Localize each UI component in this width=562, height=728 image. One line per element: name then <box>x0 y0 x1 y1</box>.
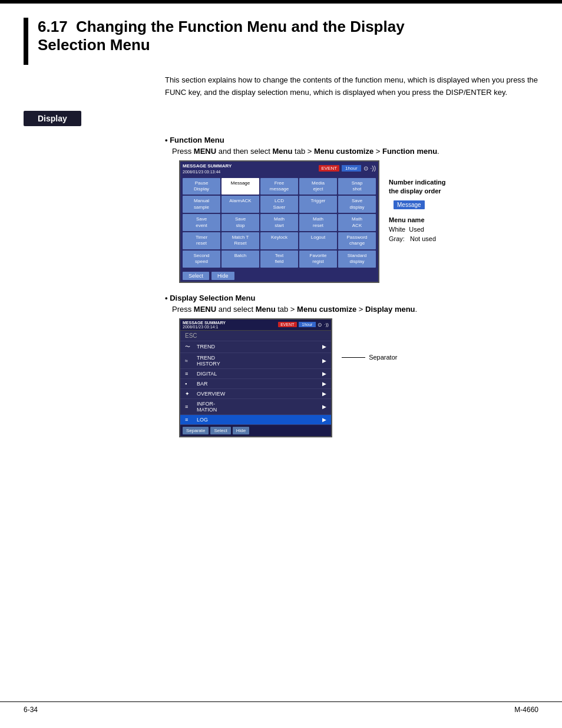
func-cell-savestop[interactable]: Save stop <box>222 214 259 231</box>
disp-item-digital[interactable]: ≡ DIGITAL ▶ <box>180 369 331 379</box>
section-title: 6.17 Changing the Function Menu and the … <box>38 18 538 54</box>
function-menu-screen: MESSAGE SUMMARY 2008/01/23 03:13:44 EVEN… <box>179 160 379 283</box>
disp-separate-button[interactable]: Separate <box>183 427 209 434</box>
separator-annotation: Separator <box>342 354 397 361</box>
func-cell-message[interactable]: Message <box>222 178 259 195</box>
disp-item-overview[interactable]: ✦ OVERVIEW ▶ <box>180 389 331 399</box>
disp-item-trend[interactable]: 〜 TREND ▶ <box>180 341 331 353</box>
func-cell-trigger[interactable]: Trigger <box>299 196 337 213</box>
func-cell-snapshot[interactable]: Snap shot <box>338 178 376 195</box>
screen-icon-clock: ⊙ <box>363 165 368 172</box>
func-cell-standarddisplay[interactable]: Standard display <box>338 251 376 268</box>
func-cell-batch[interactable]: Batch <box>222 251 259 268</box>
func-cell-mathreset[interactable]: Math reset <box>299 214 337 231</box>
func-cell-textfield[interactable]: Text field <box>260 251 298 268</box>
disp-item-trend-history[interactable]: ≈ TRENDHISTORY ▶ <box>180 353 331 369</box>
func-cell-pause[interactable]: Pause Display <box>183 178 220 195</box>
trend-history-label: TRENDHISTORY <box>197 355 322 367</box>
display-menu-wrapper: MESSAGE SUMMARY2008/01/23 03:14:1 EVENT … <box>172 318 538 437</box>
separator-line <box>342 357 365 358</box>
message-badge: Message <box>394 200 425 209</box>
display-badge: Display <box>24 111 81 126</box>
disp-hide-button[interactable]: Hide <box>233 427 249 434</box>
func-cell-freemsg[interactable]: Free message <box>260 178 298 195</box>
disp-icon-clock: ⊙ <box>318 322 322 328</box>
disp-tab-1hour: 1hour <box>299 322 316 327</box>
function-menu-section: Function Menu Press MENU and then select… <box>165 136 538 283</box>
disp-item-information[interactable]: ≡ INFOR-MATION ▶ <box>180 399 331 415</box>
number-indicating-label: Number indicatingthe display order <box>389 178 446 196</box>
separator-label: Separator <box>369 354 397 361</box>
menu-name-label: Menu name <box>389 216 446 223</box>
trend-arrow: ▶ <box>322 344 326 350</box>
digital-label: DIGITAL <box>197 371 322 377</box>
func-menu-grid: Pause Display Message Free message Media… <box>180 176 378 270</box>
bar-arrow: ▶ <box>322 381 326 387</box>
screen-header: MESSAGE SUMMARY 2008/01/23 03:13:44 EVEN… <box>180 162 378 176</box>
disp-esc-item[interactable]: ESC <box>180 331 331 341</box>
digital-icon: ≡ <box>185 371 194 377</box>
func-screen-bottom-bar: Select Hide <box>180 270 378 282</box>
information-icon: ≡ <box>185 404 194 410</box>
log-icon: ≡ <box>185 417 194 423</box>
model-number: M-4660 <box>514 706 538 714</box>
function-menu-instruction: Press MENU and then select Menu tab > Me… <box>172 147 538 156</box>
func-cell-keylock[interactable]: Keylock <box>260 232 298 249</box>
overview-icon: ✦ <box>185 391 194 397</box>
section-number: 6.17 <box>38 18 68 35</box>
func-cell-savedisplay[interactable]: Save display <box>338 196 376 213</box>
function-menu-title: Function Menu <box>165 136 538 144</box>
func-cell-favoriteregist[interactable]: Favorite regist <box>299 251 337 268</box>
screen-tab-1hour: 1hour <box>342 165 361 172</box>
func-cell-matchtreset[interactable]: Match T Reset <box>222 232 259 249</box>
func-cell-alarmack[interactable]: AlarmACK <box>222 196 259 213</box>
section-number-bar <box>24 18 28 65</box>
func-menu-annotations: Number indicatingthe display order Messa… <box>389 178 446 242</box>
func-cell-passchange[interactable]: Password change <box>338 232 376 249</box>
section-main-title: Changing the Function Menu and the Displ… <box>38 18 405 54</box>
overview-label: OVERVIEW <box>197 391 322 397</box>
func-cell-mediaeject[interactable]: Media eject <box>299 178 337 195</box>
information-label: INFOR-MATION <box>197 401 322 413</box>
content-area: Function Menu Press MENU and then select… <box>165 136 538 437</box>
trend-history-icon: ≈ <box>185 358 194 364</box>
disp-item-log[interactable]: ≡ LOG ▶ <box>180 415 331 425</box>
white-used-label: White Used <box>389 225 446 235</box>
function-menu-wrapper: MESSAGE SUMMARY 2008/01/23 03:13:44 EVEN… <box>172 160 538 283</box>
func-cell-saveevent[interactable]: Save event <box>183 214 220 231</box>
information-arrow: ▶ <box>322 404 326 410</box>
trend-history-arrow: ▶ <box>322 358 326 364</box>
screen-icon-wifi: ·)) <box>371 165 376 172</box>
disp-item-bar[interactable]: ▪ BAR ▶ <box>180 379 331 389</box>
screen-tab-event: EVENT <box>319 165 339 172</box>
page-number: 6-34 <box>24 706 38 714</box>
digital-arrow: ▶ <box>322 371 326 377</box>
disp-select-button[interactable]: Select <box>210 427 230 434</box>
func-cell-mathack[interactable]: Math ACK <box>338 214 376 231</box>
disp-screen-header: MESSAGE SUMMARY2008/01/23 03:14:1 EVENT … <box>180 319 331 331</box>
func-hide-button[interactable]: Hide <box>211 272 234 280</box>
func-select-button[interactable]: Select <box>183 272 209 280</box>
display-selection-screen: MESSAGE SUMMARY2008/01/23 03:14:1 EVENT … <box>179 318 332 437</box>
func-cell-logout[interactable]: Logout <box>299 232 337 249</box>
display-menu-section: Display Selection Menu Press MENU and se… <box>165 294 538 437</box>
log-arrow: ▶ <box>322 417 326 423</box>
gray-not-used-label: Gray: Not used <box>389 235 446 242</box>
bar-label: BAR <box>197 381 322 387</box>
display-menu-instruction: Press MENU and select Menu tab > Menu cu… <box>172 305 538 314</box>
func-cell-timerreset[interactable]: Timer reset <box>183 232 220 249</box>
disp-menu-items: ESC 〜 TREND ▶ ≈ TRENDHISTORY ▶ ≡ DIGITAL <box>180 331 331 425</box>
disp-screen-bottom-bar: Separate Select Hide <box>180 425 331 436</box>
log-label: LOG <box>197 417 322 423</box>
section-title-block: 6.17 Changing the Function Menu and the … <box>38 18 538 54</box>
disp-tab-event: EVENT <box>278 322 296 327</box>
page-footer: 6-34 M-4660 <box>0 701 562 714</box>
func-cell-manual[interactable]: Manual sample <box>183 196 220 213</box>
section-heading: 6.17 Changing the Function Menu and the … <box>0 4 562 65</box>
func-cell-lcd[interactable]: LCD Saver <box>260 196 298 213</box>
func-cell-mathstart[interactable]: Math start <box>260 214 298 231</box>
display-menu-title: Display Selection Menu <box>165 294 538 302</box>
display-badge-row: Display <box>24 111 538 126</box>
bar-icon: ▪ <box>185 381 194 387</box>
func-cell-secondspeed[interactable]: Second speed <box>183 251 220 268</box>
